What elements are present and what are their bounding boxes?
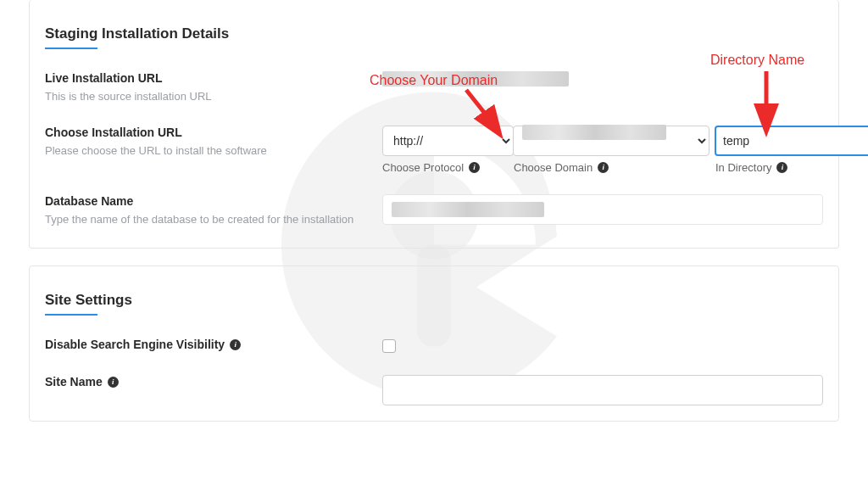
db-redacted xyxy=(392,202,544,217)
site-settings-title: Site Settings xyxy=(45,292,823,309)
domain-redacted xyxy=(522,125,666,140)
live-url-row: Live Installation URL This is the source… xyxy=(45,71,823,105)
disable-sev-row: Disable Search Engine Visibility i xyxy=(45,338,823,355)
disable-sev-label: Disable Search Engine Visibility xyxy=(45,338,225,351)
protocol-select[interactable]: http:// xyxy=(382,126,514,156)
directory-sublabel: In Directory xyxy=(715,161,771,174)
info-icon[interactable]: i xyxy=(469,162,480,173)
site-name-label: Site Name xyxy=(45,375,103,388)
live-url-redacted xyxy=(382,71,569,87)
info-icon[interactable]: i xyxy=(598,162,609,173)
live-url-label: Live Installation URL xyxy=(45,71,372,85)
db-label: Database Name xyxy=(45,194,372,208)
site-settings-panel: Site Settings Disable Search Engine Visi… xyxy=(29,265,839,422)
disable-sev-checkbox[interactable] xyxy=(382,339,396,353)
site-name-row: Site Name i xyxy=(45,375,823,405)
info-icon[interactable]: i xyxy=(108,377,119,388)
db-row: Database Name Type the name of the datab… xyxy=(45,194,823,228)
domain-sublabel: Choose Domain xyxy=(514,161,593,174)
install-url-desc: Please choose the URL to install the sof… xyxy=(45,143,372,159)
staging-panel: Staging Installation Details Live Instal… xyxy=(29,0,839,249)
live-url-desc: This is the source installation URL xyxy=(45,88,372,105)
info-icon[interactable]: i xyxy=(776,162,787,173)
info-icon[interactable]: i xyxy=(230,339,241,350)
staging-title: Staging Installation Details xyxy=(45,25,823,42)
install-url-row: Choose Installation URL Please choose th… xyxy=(45,126,823,174)
db-input-wrapper[interactable] xyxy=(382,194,823,225)
title-underline xyxy=(45,48,97,49)
install-url-label: Choose Installation URL xyxy=(45,126,372,139)
title-underline xyxy=(45,314,97,316)
directory-input[interactable] xyxy=(715,126,868,156)
protocol-sublabel: Choose Protocol xyxy=(382,161,464,174)
site-name-input[interactable] xyxy=(382,375,823,405)
db-desc: Type the name of the database to be crea… xyxy=(45,211,372,228)
